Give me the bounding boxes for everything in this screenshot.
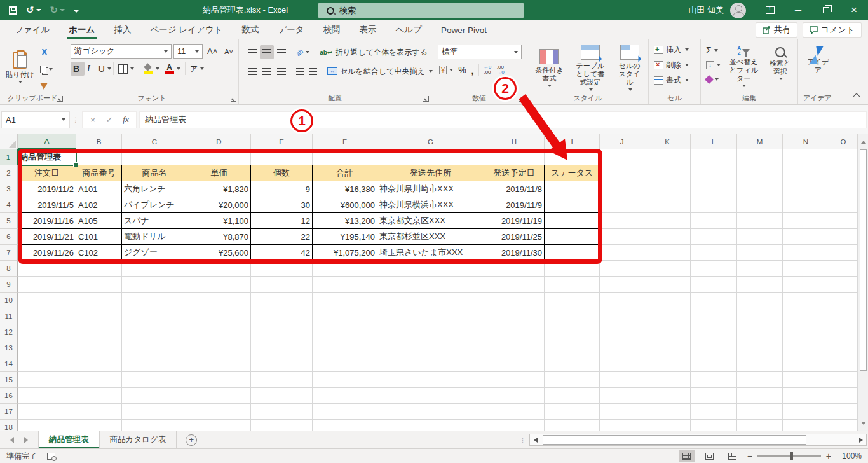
cell-I13[interactable]: [545, 340, 600, 356]
tab-power-pivot[interactable]: Power Pivot: [431, 20, 496, 39]
cell-I11[interactable]: [545, 308, 600, 324]
cell-E2[interactable]: 個数: [251, 165, 313, 181]
cell-I5[interactable]: [545, 213, 600, 229]
tab-review[interactable]: 校閲: [314, 20, 350, 39]
increase-decimal-button[interactable]: ←0.00: [481, 63, 494, 77]
tab-data[interactable]: データ: [268, 20, 313, 39]
alignment-dialog-launcher[interactable]: [423, 96, 429, 102]
cell-H12[interactable]: [484, 324, 545, 340]
column-header-K[interactable]: K: [644, 134, 691, 149]
cell-B16[interactable]: [76, 388, 122, 404]
cell-G10[interactable]: [377, 293, 484, 308]
cell-B4[interactable]: A102: [76, 197, 122, 213]
cell-E17[interactable]: [251, 404, 313, 420]
cell-B7[interactable]: C102: [76, 245, 122, 261]
cell-A4[interactable]: 2019/11/5: [18, 197, 76, 213]
cell-H18[interactable]: [484, 420, 545, 431]
cell-M7[interactable]: [737, 245, 783, 261]
cell-E1[interactable]: [251, 149, 313, 165]
cell-G12[interactable]: [377, 324, 484, 340]
zoom-slider[interactable]: [757, 455, 821, 457]
cell-H3[interactable]: 2019/11/8: [484, 181, 545, 197]
tab-insert[interactable]: 挿入: [104, 20, 140, 39]
cell-G2[interactable]: 発送先住所: [377, 165, 484, 181]
cell-O1[interactable]: [829, 149, 858, 165]
cell-L13[interactable]: [691, 340, 737, 356]
cell-C9[interactable]: [122, 277, 187, 293]
column-header-M[interactable]: M: [737, 134, 783, 149]
cell-F11[interactable]: [313, 308, 377, 324]
cell-O5[interactable]: [829, 213, 858, 229]
cell-A7[interactable]: 2019/11/26: [18, 245, 76, 261]
cell-A16[interactable]: [18, 388, 76, 404]
cell-O10[interactable]: [829, 293, 858, 308]
row-header-5[interactable]: 5: [0, 213, 18, 229]
align-bottom-button[interactable]: [275, 45, 288, 59]
cell-L8[interactable]: [691, 261, 737, 277]
cell-B14[interactable]: [76, 356, 122, 372]
row-header-6[interactable]: 6: [0, 229, 18, 245]
cell-F1[interactable]: [313, 149, 377, 165]
cell-A13[interactable]: [18, 340, 76, 356]
cell-M6[interactable]: [737, 229, 783, 245]
cell-H5[interactable]: 2019/11/19: [484, 213, 545, 229]
increase-indent-button[interactable]: [307, 64, 320, 78]
cell-D18[interactable]: [187, 420, 251, 431]
cell-O13[interactable]: [829, 340, 858, 356]
minimize-button[interactable]: ─: [784, 0, 812, 20]
font-name-select[interactable]: 游ゴシック: [71, 44, 172, 59]
font-dialog-launcher[interactable]: [231, 96, 236, 102]
cell-G7[interactable]: 埼玉県さいたま市XXX: [377, 245, 484, 261]
formula-input[interactable]: 納品管理表: [139, 111, 867, 128]
column-header-E[interactable]: E: [251, 134, 313, 149]
cell-K16[interactable]: [644, 388, 691, 404]
cell-C1[interactable]: [122, 149, 187, 165]
cell-E15[interactable]: [251, 372, 313, 388]
cell-J8[interactable]: [600, 261, 644, 277]
cell-N18[interactable]: [783, 420, 829, 431]
cell-L5[interactable]: [691, 213, 737, 229]
cell-H11[interactable]: [484, 308, 545, 324]
row-header-9[interactable]: 9: [0, 277, 18, 293]
font-color-button[interactable]: A: [162, 62, 183, 76]
wrap-text-button[interactable]: ab↩折り返して全体を表示する: [317, 45, 430, 60]
cell-L16[interactable]: [691, 388, 737, 404]
cell-N9[interactable]: [783, 277, 829, 293]
redo-button[interactable]: ↻: [50, 4, 65, 16]
cell-O9[interactable]: [829, 277, 858, 293]
cut-button[interactable]: [37, 46, 55, 60]
cell-C7[interactable]: ジグゾー: [122, 245, 187, 261]
align-left-button[interactable]: [245, 64, 259, 78]
cell-B18[interactable]: [76, 420, 122, 431]
cell-H13[interactable]: [484, 340, 545, 356]
column-header-L[interactable]: L: [691, 134, 737, 149]
cell-G18[interactable]: [377, 420, 484, 431]
cell-F18[interactable]: [313, 420, 377, 431]
vertical-scroll-thumb[interactable]: [860, 149, 867, 371]
vertical-scrollbar[interactable]: [858, 134, 868, 431]
cell-D7[interactable]: ¥25,600: [187, 245, 251, 261]
cell-J17[interactable]: [600, 404, 644, 420]
cell-C4[interactable]: パイプレンチ: [122, 197, 187, 213]
cell-B6[interactable]: C101: [76, 229, 122, 245]
cell-F10[interactable]: [313, 293, 377, 308]
cell-C3[interactable]: 六角レンチ: [122, 181, 187, 197]
cell-G17[interactable]: [377, 404, 484, 420]
cell-D17[interactable]: [187, 404, 251, 420]
comma-style-button[interactable]: ,: [469, 63, 477, 77]
cell-J16[interactable]: [600, 388, 644, 404]
accounting-format-button[interactable]: ¥: [437, 63, 456, 77]
tab-view[interactable]: 表示: [350, 20, 386, 39]
cell-B10[interactable]: [76, 293, 122, 308]
cell-E11[interactable]: [251, 308, 313, 324]
cell-K3[interactable]: [644, 181, 691, 197]
cell-I12[interactable]: [545, 324, 600, 340]
cell-O16[interactable]: [829, 388, 858, 404]
cell-H6[interactable]: 2019/11/25: [484, 229, 545, 245]
cell-F5[interactable]: ¥13,200: [313, 213, 377, 229]
tab-home[interactable]: ホーム: [59, 20, 104, 39]
cell-C10[interactable]: [122, 293, 187, 308]
collapse-ribbon-button[interactable]: [853, 93, 860, 100]
row-header-4[interactable]: 4: [0, 197, 18, 213]
cell-H2[interactable]: 発送予定日: [484, 165, 545, 181]
